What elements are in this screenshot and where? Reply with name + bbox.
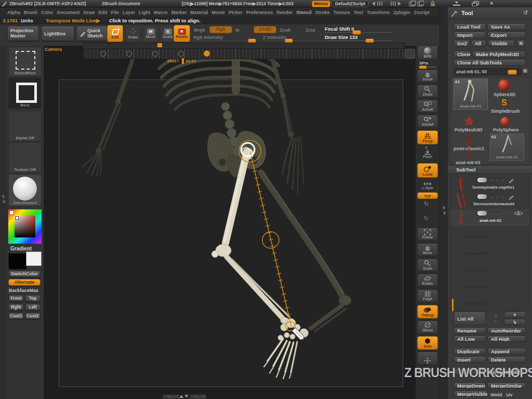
sphere3d-thumbnail[interactable]: [498, 79, 510, 91]
menu-color[interactable]: Color: [41, 10, 54, 15]
sculpt-viewport[interactable]: [44, 46, 416, 399]
ghost-button[interactable]: Ghost: [417, 321, 438, 334]
draw-button[interactable]: Draw: [125, 25, 141, 42]
visibility-pill[interactable]: [477, 194, 487, 199]
menu-edit[interactable]: Edit: [99, 10, 108, 15]
menu-alpha[interactable]: Alpha: [7, 10, 20, 15]
default-zscript-button[interactable]: DefaultZScript: [331, 1, 369, 7]
main-color-swatch[interactable]: [8, 253, 27, 270]
merge-similar-button[interactable]: MergeSimilar: [487, 382, 526, 389]
anat-m6-01-thumbnail[interactable]: 61 anat-m6-01: [490, 134, 524, 161]
right-tray-divider[interactable]: [440, 7, 448, 399]
subtool-toggle[interactable]: [501, 178, 505, 182]
backface-mask-label[interactable]: BackfaceMas: [9, 288, 38, 293]
menu-stroke[interactable]: Stroke: [315, 10, 330, 15]
gradient-label[interactable]: Gradient: [10, 246, 32, 251]
keyframe-marker[interactable]: [100, 51, 106, 57]
merge-down-button[interactable]: MergeDown: [454, 382, 486, 389]
right-view-button[interactable]: Rght: [8, 304, 24, 311]
camera-label[interactable]: Camera: [45, 47, 62, 52]
switch-color-button[interactable]: SwitchColor: [8, 271, 41, 277]
menu-tool[interactable]: Tool: [354, 10, 363, 15]
menu-file[interactable]: File: [111, 10, 119, 15]
cust2-button[interactable]: Cust2: [25, 313, 41, 320]
subtool-unused-slot[interactable]: Unused 6: [466, 284, 487, 289]
append-button[interactable]: Append: [487, 348, 526, 354]
menu-light[interactable]: Light: [139, 10, 150, 15]
edit-button[interactable]: Edit: [107, 25, 123, 42]
list-all-button[interactable]: List All: [454, 312, 486, 325]
lightbox-button[interactable]: LightBox: [41, 26, 74, 41]
anat-m6-03-thumbnail[interactable]: [466, 149, 472, 159]
keyframe-marker[interactable]: [126, 51, 132, 57]
subtool-item[interactable]: Sternocleidomastoid: [450, 193, 529, 209]
rename-button[interactable]: Rename: [454, 327, 486, 334]
floor-button[interactable]: Floor: [417, 150, 438, 159]
export-button[interactable]: Export: [487, 32, 526, 38]
simplebrush-thumbnail[interactable]: S: [501, 98, 507, 108]
goz-button[interactable]: GoZ: [454, 40, 470, 47]
bottom-divider-left[interactable]: [163, 394, 179, 399]
subtool-toggle[interactable]: [496, 178, 499, 182]
timeline-end-button[interactable]: [405, 49, 415, 59]
move-canvas-button[interactable]: Move: [417, 243, 438, 256]
gyro2-icon[interactable]: ↻: [424, 215, 429, 222]
secondary-color-swatch[interactable]: [26, 251, 42, 266]
rotate-button[interactable]: R Rotate: [174, 25, 190, 42]
mrgb-toggle[interactable]: Mrgb: [194, 28, 205, 33]
local-button[interactable]: Local: [417, 163, 438, 178]
subtool-unused-slot[interactable]: Unused 7: [466, 301, 487, 306]
make-polymesh3d-button[interactable]: Make PolyMesh3D: [472, 51, 526, 58]
aahalf-button[interactable]: AAHalf: [417, 115, 438, 128]
menus-button[interactable]: Menus: [312, 1, 330, 7]
rotate-canvas-button[interactable]: Rotate: [417, 274, 438, 287]
delete-button[interactable]: Delete: [487, 356, 526, 363]
subtool-up-icon[interactable]: ▲: [494, 312, 498, 317]
visibility-pill[interactable]: [477, 178, 487, 182]
draw-size-track[interactable]: [325, 41, 392, 41]
zoom-button[interactable]: Zoom: [417, 85, 438, 98]
zadd-toggle[interactable]: ZAdd: [254, 26, 276, 33]
all-low-button[interactable]: All Low: [454, 336, 486, 342]
menu-material[interactable]: Material: [190, 10, 208, 15]
scale-canvas-button[interactable]: Scale: [417, 259, 438, 272]
projection-master-button[interactable]: Projection Master: [7, 26, 39, 41]
track-marker[interactable]: [157, 43, 162, 47]
menu-macro[interactable]: Macro: [154, 10, 168, 15]
subtool-item[interactable]: Semispinalis-capitis1: [450, 176, 529, 193]
visibility-pill[interactable]: [477, 211, 487, 216]
slider-r-button[interactable]: R: [522, 68, 529, 74]
transp-button[interactable]: Transp: [417, 305, 438, 318]
rgb-toggle[interactable]: Rgb: [209, 26, 232, 33]
pose-classic1-thumbnail[interactable]: [465, 134, 473, 146]
polypaint-brush-icon[interactable]: [508, 177, 515, 183]
material-selector[interactable]: SkinShade4: [8, 174, 42, 206]
xpose-button[interactable]: [417, 352, 438, 365]
cust1-button[interactable]: Cust1: [8, 313, 24, 320]
top-button[interactable]: Top: [25, 295, 41, 302]
active-tool-slider-handle[interactable]: [508, 70, 517, 75]
color-picker[interactable]: [8, 209, 42, 244]
subtool-toggle[interactable]: [501, 195, 505, 198]
subtool-unused-slot[interactable]: Unused 3: [466, 234, 487, 240]
menu-zplugin[interactable]: Zplugin: [393, 10, 410, 15]
insert-button[interactable]: Insert: [454, 356, 486, 363]
close-icon[interactable]: ×: [490, 0, 493, 6]
autoreorder-button[interactable]: AutoReorder: [487, 327, 526, 334]
menu-render[interactable]: Render: [276, 10, 292, 15]
menu-preferences[interactable]: Preferences: [246, 10, 273, 15]
import-button[interactable]: Import: [454, 32, 486, 38]
alpha-selector[interactable]: Alpha Off: [8, 111, 42, 141]
subtool-header[interactable]: SubTool: [448, 165, 532, 174]
subtool-down-button[interactable]: ▼: [504, 312, 526, 318]
zcut-toggle[interactable]: Zcut: [305, 28, 315, 33]
menu-marker[interactable]: Marker: [171, 10, 187, 15]
scroll-button[interactable]: Scroll: [417, 70, 438, 83]
subtool-unused-slot[interactable]: Unused 4: [466, 251, 487, 256]
menu-picker[interactable]: Picker: [229, 10, 243, 15]
subtool-move-icon[interactable]: ↻: [494, 319, 498, 324]
move-button[interactable]: M Move: [143, 25, 158, 42]
clone-button[interactable]: Clone: [454, 51, 471, 58]
menu-layer[interactable]: Layer: [123, 10, 135, 15]
weld-uv-label[interactable]: Weld Uv: [490, 392, 513, 397]
